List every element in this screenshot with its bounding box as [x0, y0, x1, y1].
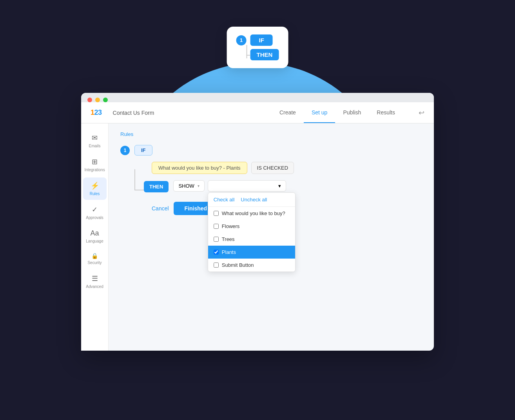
sidebar-label-approvals: Approvals — [86, 215, 103, 220]
app-header: 123 Contact Us Form Create Set up Publis… — [81, 102, 434, 123]
field-select[interactable]: ▾ — [208, 180, 286, 192]
sidebar-label-emails: Emails — [89, 144, 100, 148]
dropdown-label-flowers: Flowers — [222, 223, 240, 229]
then-section: THEN SHOW ▾ ▾ — [130, 180, 422, 192]
sidebar: ✉ Emails ⊞ Integrations ⚡ Rules ✓ Approv… — [81, 123, 109, 351]
floating-badge: 1 — [236, 35, 247, 45]
browser-window: 123 Contact Us Form Create Set up Publis… — [81, 93, 434, 351]
traffic-light-green[interactable] — [103, 98, 108, 102]
field-select-container: ▾ Check all Uncheck all — [208, 180, 286, 192]
tab-setup[interactable]: Set up — [304, 102, 335, 123]
app-logo: 123 — [91, 109, 102, 117]
checkbox-submit-button[interactable] — [214, 262, 219, 268]
integrations-icon: ⊞ — [92, 158, 98, 166]
checkbox-flowers[interactable] — [214, 224, 219, 229]
tab-publish[interactable]: Publish — [335, 102, 369, 123]
if-row: 1 IF — [120, 145, 422, 156]
then-label: THEN — [144, 181, 169, 192]
field-chevron-icon: ▾ — [278, 183, 281, 189]
if-label: IF — [134, 145, 152, 156]
then-selects: SHOW ▾ ▾ — [173, 180, 286, 192]
rules-icon: ⚡ — [91, 181, 99, 190]
undo-button[interactable]: ↩ — [419, 109, 424, 117]
tab-create[interactable]: Create — [272, 102, 304, 123]
condition-field[interactable]: What would you like to buy? - Plants — [152, 162, 247, 174]
rule-badge: 1 — [120, 146, 130, 155]
dropdown-label-submit-button: Submit Button — [222, 262, 254, 268]
dropdown-item-buy-question[interactable]: What would you like to buy? — [208, 207, 295, 220]
floating-then-row: THEN — [250, 49, 279, 60]
floating-if-label: IF — [250, 34, 273, 46]
sidebar-label-language: Language — [86, 239, 103, 243]
dropdown-item-trees[interactable]: Trees — [208, 233, 295, 246]
sidebar-item-approvals[interactable]: ✓ Approvals — [83, 201, 107, 224]
sidebar-label-security: Security — [87, 261, 102, 265]
sidebar-item-integrations[interactable]: ⊞ Integrations — [83, 154, 107, 176]
form-title: Contact Us Form — [113, 110, 154, 116]
floating-if-row: 1 IF — [236, 34, 279, 46]
floating-then-label: THEN — [250, 49, 279, 60]
dropdown-item-flowers[interactable]: Flowers — [208, 220, 295, 233]
dropdown-item-submit-button[interactable]: Submit Button — [208, 259, 295, 272]
condition-operator[interactable]: IS CHECKED — [251, 162, 294, 174]
uncheck-all-button[interactable]: Uncheck all — [241, 197, 267, 203]
advanced-icon: ☰ — [92, 274, 98, 283]
dropdown-header: Check all Uncheck all — [208, 193, 295, 207]
dropdown-panel: Check all Uncheck all What would you lik… — [208, 192, 296, 272]
checkbox-buy-question[interactable] — [214, 211, 219, 216]
sidebar-item-emails[interactable]: ✉ Emails — [83, 130, 107, 152]
dropdown-label-trees: Trees — [222, 236, 235, 242]
security-icon: 🔒 — [91, 253, 98, 259]
sidebar-item-security[interactable]: 🔒 Security — [83, 249, 107, 269]
traffic-light-red[interactable] — [87, 98, 92, 102]
show-select[interactable]: SHOW ▾ — [173, 180, 204, 192]
checkbox-plants[interactable] — [214, 250, 219, 255]
app-body: ✉ Emails ⊞ Integrations ⚡ Rules ✓ Approv… — [81, 123, 434, 351]
cancel-button[interactable]: Cancel — [152, 205, 169, 212]
show-select-label: SHOW — [178, 183, 194, 189]
then-controls: SHOW ▾ ▾ — [173, 180, 286, 192]
sidebar-label-rules: Rules — [90, 192, 100, 196]
approvals-icon: ✓ — [92, 205, 98, 214]
rule-builder: 1 IF What would you like to buy? - Plant… — [120, 145, 422, 215]
dropdown-item-plants[interactable]: Plants — [208, 246, 295, 259]
breadcrumb: Rules — [120, 131, 422, 137]
sidebar-item-rules[interactable]: ⚡ Rules — [83, 177, 107, 200]
sidebar-item-language[interactable]: Aa Language — [83, 225, 107, 247]
sidebar-item-advanced[interactable]: ☰ Advanced — [83, 270, 107, 293]
dropdown-label-plants: Plants — [222, 249, 236, 255]
sidebar-label-advanced: Advanced — [86, 284, 103, 289]
sidebar-label-integrations: Integrations — [84, 168, 105, 172]
dropdown-label-buy-question: What would you like to buy? — [222, 210, 285, 216]
language-icon: Aa — [90, 229, 99, 237]
condition-row: What would you like to buy? - Plants IS … — [152, 162, 422, 174]
email-icon: ✉ — [92, 134, 98, 142]
then-row: THEN SHOW ▾ ▾ — [144, 180, 422, 192]
traffic-light-yellow[interactable] — [95, 98, 100, 102]
checkbox-trees[interactable] — [214, 237, 219, 242]
nav-tabs: Create Set up Publish Results — [272, 102, 403, 123]
show-chevron-icon: ▾ — [198, 184, 199, 188]
tab-results[interactable]: Results — [369, 102, 403, 123]
browser-chrome — [81, 93, 434, 102]
check-all-button[interactable]: Check all — [214, 197, 234, 203]
main-content: Rules 1 IF What would you like to buy? -… — [109, 123, 434, 351]
floating-if-then-card: 1 IF THEN — [227, 27, 288, 68]
